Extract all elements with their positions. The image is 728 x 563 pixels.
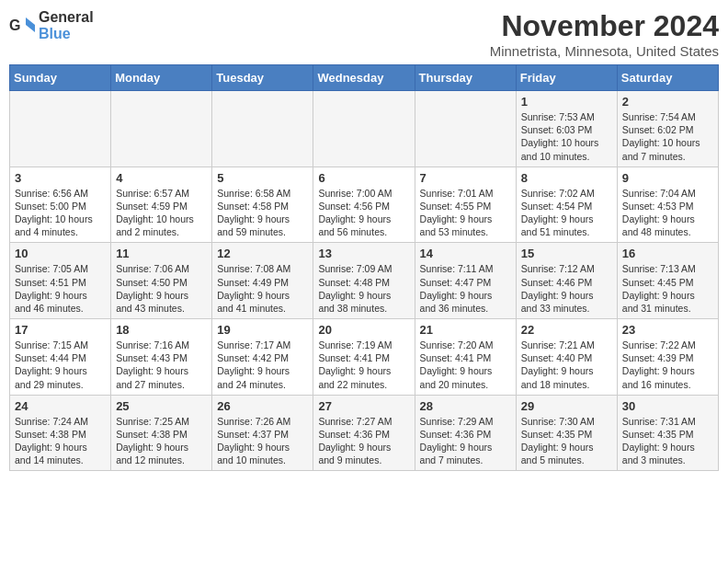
day-info: Sunrise: 7:24 AM Sunset: 4:38 PM Dayligh… xyxy=(15,415,106,467)
calendar-week-0: 1Sunrise: 7:53 AM Sunset: 6:03 PM Daylig… xyxy=(10,91,719,167)
day-number: 19 xyxy=(217,323,308,337)
calendar-body: 1Sunrise: 7:53 AM Sunset: 6:03 PM Daylig… xyxy=(10,91,719,471)
calendar-cell: 7Sunrise: 7:01 AM Sunset: 4:55 PM Daylig… xyxy=(415,167,516,243)
calendar-cell: 14Sunrise: 7:11 AM Sunset: 4:47 PM Dayli… xyxy=(415,243,516,319)
day-number: 28 xyxy=(420,399,511,413)
calendar-cell: 17Sunrise: 7:15 AM Sunset: 4:44 PM Dayli… xyxy=(10,319,111,396)
calendar-cell: 13Sunrise: 7:09 AM Sunset: 4:48 PM Dayli… xyxy=(313,243,415,319)
day-number: 22 xyxy=(521,323,612,337)
day-header-wednesday: Wednesday xyxy=(313,65,415,91)
calendar-week-4: 24Sunrise: 7:24 AM Sunset: 4:38 PM Dayli… xyxy=(10,395,719,471)
logo-general-text: General xyxy=(39,9,94,25)
day-number: 4 xyxy=(116,171,207,185)
day-info: Sunrise: 7:19 AM Sunset: 4:41 PM Dayligh… xyxy=(318,339,409,391)
calendar-cell: 19Sunrise: 7:17 AM Sunset: 4:42 PM Dayli… xyxy=(212,319,313,396)
calendar-week-3: 17Sunrise: 7:15 AM Sunset: 4:44 PM Dayli… xyxy=(10,319,719,396)
day-info: Sunrise: 7:00 AM Sunset: 4:56 PM Dayligh… xyxy=(318,187,409,239)
calendar-cell xyxy=(111,91,212,167)
day-header-monday: Monday xyxy=(111,65,212,91)
calendar-cell: 30Sunrise: 7:31 AM Sunset: 4:35 PM Dayli… xyxy=(617,395,718,471)
calendar-cell: 10Sunrise: 7:05 AM Sunset: 4:51 PM Dayli… xyxy=(10,243,111,319)
day-number: 13 xyxy=(318,247,409,260)
calendar-week-1: 3Sunrise: 6:56 AM Sunset: 5:00 PM Daylig… xyxy=(10,167,719,243)
day-number: 8 xyxy=(521,171,612,185)
day-number: 29 xyxy=(521,399,612,413)
logo-icon: G xyxy=(9,16,35,36)
day-info: Sunrise: 7:11 AM Sunset: 4:47 PM Dayligh… xyxy=(420,262,511,315)
calendar-cell: 15Sunrise: 7:12 AM Sunset: 4:46 PM Dayli… xyxy=(516,243,617,319)
calendar-cell xyxy=(415,91,516,167)
day-info: Sunrise: 6:58 AM Sunset: 4:58 PM Dayligh… xyxy=(217,187,308,239)
day-info: Sunrise: 7:15 AM Sunset: 4:44 PM Dayligh… xyxy=(15,339,106,391)
day-info: Sunrise: 7:22 AM Sunset: 4:39 PM Dayligh… xyxy=(622,339,713,391)
calendar-cell: 27Sunrise: 7:27 AM Sunset: 4:36 PM Dayli… xyxy=(313,395,415,471)
day-info: Sunrise: 7:01 AM Sunset: 4:55 PM Dayligh… xyxy=(420,187,511,239)
calendar-cell: 21Sunrise: 7:20 AM Sunset: 4:41 PM Dayli… xyxy=(415,319,516,396)
calendar-cell: 12Sunrise: 7:08 AM Sunset: 4:49 PM Dayli… xyxy=(212,243,313,319)
day-header-thursday: Thursday xyxy=(415,65,516,91)
day-info: Sunrise: 7:06 AM Sunset: 4:50 PM Dayligh… xyxy=(116,262,207,315)
day-info: Sunrise: 7:08 AM Sunset: 4:49 PM Dayligh… xyxy=(217,262,308,315)
day-number: 9 xyxy=(622,171,713,185)
calendar-cell: 25Sunrise: 7:25 AM Sunset: 4:38 PM Dayli… xyxy=(111,395,212,471)
day-number: 12 xyxy=(217,247,308,260)
day-info: Sunrise: 6:57 AM Sunset: 4:59 PM Dayligh… xyxy=(116,187,207,239)
day-info: Sunrise: 7:30 AM Sunset: 4:35 PM Dayligh… xyxy=(521,415,612,467)
day-info: Sunrise: 6:56 AM Sunset: 5:00 PM Dayligh… xyxy=(15,187,106,239)
calendar-cell: 29Sunrise: 7:30 AM Sunset: 4:35 PM Dayli… xyxy=(516,395,617,471)
calendar-header-row: SundayMondayTuesdayWednesdayThursdayFrid… xyxy=(10,65,719,91)
day-header-tuesday: Tuesday xyxy=(212,65,313,91)
day-number: 27 xyxy=(318,399,409,413)
calendar-week-2: 10Sunrise: 7:05 AM Sunset: 4:51 PM Dayli… xyxy=(10,243,719,319)
day-number: 20 xyxy=(318,323,409,337)
day-info: Sunrise: 7:26 AM Sunset: 4:37 PM Dayligh… xyxy=(217,415,308,467)
day-number: 7 xyxy=(420,171,511,185)
calendar-cell: 9Sunrise: 7:04 AM Sunset: 4:53 PM Daylig… xyxy=(617,167,718,243)
calendar-cell: 24Sunrise: 7:24 AM Sunset: 4:38 PM Dayli… xyxy=(10,395,111,471)
day-number: 1 xyxy=(521,95,612,109)
day-number: 30 xyxy=(622,399,713,413)
day-info: Sunrise: 7:20 AM Sunset: 4:41 PM Dayligh… xyxy=(420,339,511,391)
day-number: 2 xyxy=(622,95,713,109)
day-number: 6 xyxy=(318,171,409,185)
calendar-cell xyxy=(10,91,111,167)
calendar-cell: 5Sunrise: 6:58 AM Sunset: 4:58 PM Daylig… xyxy=(212,167,313,243)
day-info: Sunrise: 7:02 AM Sunset: 4:54 PM Dayligh… xyxy=(521,187,612,239)
day-number: 11 xyxy=(116,247,207,260)
calendar-cell: 8Sunrise: 7:02 AM Sunset: 4:54 PM Daylig… xyxy=(516,167,617,243)
day-info: Sunrise: 7:05 AM Sunset: 4:51 PM Dayligh… xyxy=(15,262,106,315)
day-header-sunday: Sunday xyxy=(10,65,111,91)
day-number: 21 xyxy=(420,323,511,337)
month-title: November 2024 xyxy=(490,9,719,43)
calendar-cell: 3Sunrise: 6:56 AM Sunset: 5:00 PM Daylig… xyxy=(10,167,111,243)
header: G General Blue November 2024 Minnetrista… xyxy=(9,9,719,59)
svg-marker-1 xyxy=(26,17,35,25)
day-info: Sunrise: 7:16 AM Sunset: 4:43 PM Dayligh… xyxy=(116,339,207,391)
day-info: Sunrise: 7:54 AM Sunset: 6:02 PM Dayligh… xyxy=(622,110,713,163)
svg-marker-2 xyxy=(26,25,35,32)
day-number: 3 xyxy=(15,171,106,185)
day-number: 24 xyxy=(15,399,106,413)
calendar-cell: 23Sunrise: 7:22 AM Sunset: 4:39 PM Dayli… xyxy=(617,319,718,396)
calendar-cell: 26Sunrise: 7:26 AM Sunset: 4:37 PM Dayli… xyxy=(212,395,313,471)
day-number: 17 xyxy=(15,323,106,337)
calendar-cell: 18Sunrise: 7:16 AM Sunset: 4:43 PM Dayli… xyxy=(111,319,212,396)
day-number: 10 xyxy=(15,247,106,260)
day-number: 16 xyxy=(622,247,713,260)
day-number: 14 xyxy=(420,247,511,260)
location-subtitle: Minnetrista, Minnesota, United States xyxy=(490,43,719,59)
day-header-saturday: Saturday xyxy=(617,65,718,91)
calendar-cell xyxy=(313,91,415,167)
calendar-cell: 28Sunrise: 7:29 AM Sunset: 4:36 PM Dayli… xyxy=(415,395,516,471)
calendar-cell: 16Sunrise: 7:13 AM Sunset: 4:45 PM Dayli… xyxy=(617,243,718,319)
calendar-table: SundayMondayTuesdayWednesdayThursdayFrid… xyxy=(9,64,719,471)
day-info: Sunrise: 7:21 AM Sunset: 4:40 PM Dayligh… xyxy=(521,339,612,391)
day-info: Sunrise: 7:29 AM Sunset: 4:36 PM Dayligh… xyxy=(420,415,511,467)
day-number: 5 xyxy=(217,171,308,185)
day-info: Sunrise: 7:04 AM Sunset: 4:53 PM Dayligh… xyxy=(622,187,713,239)
day-info: Sunrise: 7:27 AM Sunset: 4:36 PM Dayligh… xyxy=(318,415,409,467)
svg-text:G: G xyxy=(9,17,20,33)
day-number: 26 xyxy=(217,399,308,413)
calendar-cell: 1Sunrise: 7:53 AM Sunset: 6:03 PM Daylig… xyxy=(516,91,617,167)
day-info: Sunrise: 7:09 AM Sunset: 4:48 PM Dayligh… xyxy=(318,262,409,315)
